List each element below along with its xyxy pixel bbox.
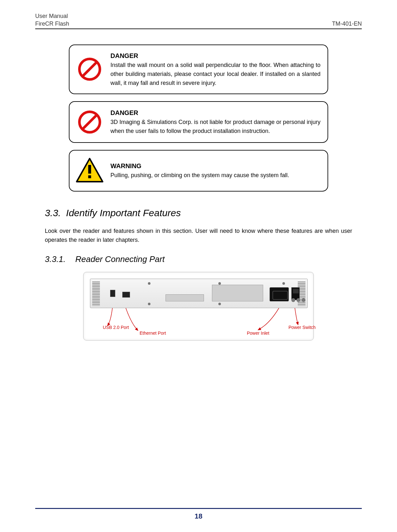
danger-callout: DANGER Install the wall mount on a solid…: [69, 45, 328, 94]
callout-title: WARNING: [110, 161, 320, 171]
warning-icon: [75, 156, 104, 185]
device-back-panel: [90, 279, 308, 308]
section-title: Identify Important Features: [66, 208, 181, 218]
warning-callout: WARNING Pulling, pushing, or climbing on…: [69, 150, 328, 192]
danger-icon: [75, 108, 104, 136]
callout-title: DANGER: [110, 51, 320, 61]
subsection-heading: 3.3.1. Reader Connecting Part: [45, 254, 352, 264]
label-power-switch: Power Switch: [288, 325, 316, 330]
header-title: User Manual: [35, 13, 362, 20]
svg-line-3: [83, 115, 97, 129]
label-power-inlet: Power Inlet: [247, 331, 269, 336]
svg-rect-5: [88, 165, 91, 174]
svg-line-1: [83, 62, 97, 77]
svg-rect-6: [88, 175, 91, 178]
section-intro: Look over the reader and features shown …: [45, 226, 352, 245]
label-ethernet-port: Ethernet Port: [140, 331, 166, 336]
header-doccode: TM-401-EN: [332, 20, 362, 27]
header-product: FireCR Flash: [35, 20, 69, 27]
reader-back-panel-figure: USB 2.0 Port Ethernet Port Power Inlet P…: [83, 272, 314, 340]
danger-icon: [75, 55, 104, 84]
callout-text: Install the wall mount on a solid wall p…: [110, 62, 320, 86]
section-number: 3.3.: [45, 208, 63, 218]
section-heading: 3.3. Identify Important Features: [45, 208, 352, 218]
danger-callout: DANGER 3D Imaging & Simulations Corp. is…: [69, 101, 328, 143]
label-usb-port: USB 2.0 Port: [103, 325, 129, 330]
page-number: 18: [190, 512, 207, 520]
callout-text: Pulling, pushing, or climbing on the sys…: [110, 172, 289, 178]
page-footer: 18: [35, 508, 362, 520]
subsection-title: Reader Connecting Part: [75, 254, 165, 264]
subsection-number: 3.3.1.: [45, 254, 73, 264]
callout-title: DANGER: [110, 108, 320, 118]
callout-text: 3D Imaging & Simulations Corp. is not li…: [110, 119, 320, 134]
